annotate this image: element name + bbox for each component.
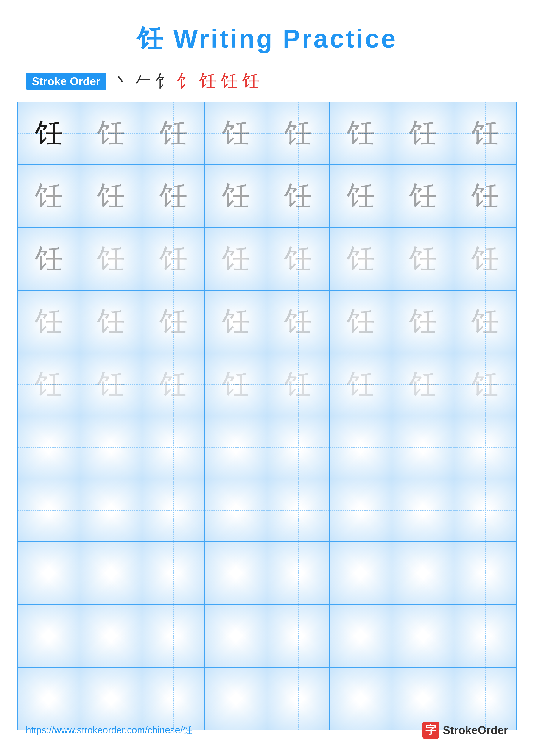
grid-cell[interactable] <box>392 542 454 604</box>
grid-cell[interactable] <box>330 416 392 479</box>
grid-cell[interactable] <box>18 668 80 730</box>
grid-cell[interactable]: 饪 <box>205 353 267 416</box>
grid-cell[interactable]: 饪 <box>18 165 80 228</box>
grid-cell[interactable]: 饪 <box>18 290 80 353</box>
grid-cell[interactable]: 饪 <box>330 228 392 290</box>
grid-cell[interactable] <box>330 605 392 667</box>
grid-cell[interactable] <box>392 479 454 542</box>
grid-cell[interactable]: 饪 <box>454 102 516 164</box>
grid-cell[interactable]: 饪 <box>454 165 516 228</box>
stroke-6: 饪 <box>220 69 238 93</box>
cell-vline <box>173 668 174 730</box>
grid-cell[interactable] <box>205 416 267 479</box>
grid-cell[interactable] <box>205 668 267 730</box>
stroke-order-section: Stroke Order 丶 𠂉 饣 饣 饪 饪 饪 <box>0 57 534 101</box>
grid-cell[interactable]: 饪 <box>392 290 454 353</box>
grid-cell[interactable]: 饪 <box>142 102 205 164</box>
grid-cell[interactable] <box>80 416 142 479</box>
grid-cell[interactable]: 饪 <box>142 228 205 290</box>
grid-cell[interactable] <box>454 542 516 604</box>
grid-cell[interactable]: 饪 <box>267 290 330 353</box>
grid-row <box>18 668 516 730</box>
cell-vline <box>173 479 174 542</box>
grid-cell[interactable]: 饪 <box>18 228 80 290</box>
grid-cell[interactable] <box>454 416 516 479</box>
grid-cell[interactable] <box>205 605 267 667</box>
grid-cell[interactable] <box>330 668 392 730</box>
grid-cell[interactable] <box>330 542 392 604</box>
cell-vline <box>173 416 174 479</box>
grid-cell[interactable] <box>142 542 205 604</box>
practice-char: 饪 <box>471 182 499 210</box>
grid-cell[interactable] <box>267 542 330 604</box>
grid-cell[interactable]: 饪 <box>80 290 142 353</box>
grid-cell[interactable] <box>18 479 80 542</box>
grid-cell[interactable]: 饪 <box>205 290 267 353</box>
grid-cell[interactable]: 饪 <box>267 228 330 290</box>
grid-cell[interactable] <box>205 479 267 542</box>
grid-cell[interactable]: 饪 <box>267 353 330 416</box>
grid-cell[interactable]: 饪 <box>454 290 516 353</box>
grid-cell[interactable] <box>454 668 516 730</box>
cell-vline <box>298 542 298 604</box>
practice-char: 饪 <box>222 308 250 336</box>
grid-cell[interactable]: 饪 <box>142 290 205 353</box>
cell-vline <box>298 668 298 730</box>
grid-cell[interactable] <box>392 416 454 479</box>
grid-cell[interactable]: 饪 <box>267 102 330 164</box>
grid-cell[interactable]: 饪 <box>18 102 80 164</box>
grid-cell[interactable] <box>267 668 330 730</box>
grid-cell[interactable] <box>80 542 142 604</box>
grid-cell[interactable]: 饪 <box>454 228 516 290</box>
grid-cell[interactable]: 饪 <box>80 228 142 290</box>
grid-cell[interactable]: 饪 <box>392 228 454 290</box>
practice-char: 饪 <box>35 182 63 210</box>
grid-cell[interactable]: 饪 <box>392 353 454 416</box>
grid-cell[interactable] <box>80 605 142 667</box>
cell-vline <box>423 668 423 730</box>
grid-cell[interactable]: 饪 <box>80 165 142 228</box>
grid-cell[interactable] <box>18 605 80 667</box>
grid-cell[interactable] <box>454 605 516 667</box>
grid-cell[interactable] <box>142 668 205 730</box>
grid-cell[interactable]: 饪 <box>330 290 392 353</box>
grid-cell[interactable] <box>205 542 267 604</box>
grid-cell[interactable] <box>392 668 454 730</box>
grid-cell[interactable] <box>454 479 516 542</box>
practice-char: 饪 <box>97 119 125 147</box>
grid-cell[interactable]: 饪 <box>392 165 454 228</box>
grid-cell[interactable]: 饪 <box>205 165 267 228</box>
grid-cell[interactable]: 饪 <box>205 102 267 164</box>
footer-url[interactable]: https://www.strokeorder.com/chinese/饪 <box>26 724 192 737</box>
practice-char: 饪 <box>222 119 250 147</box>
grid-cell[interactable]: 饪 <box>330 353 392 416</box>
grid-cell[interactable] <box>392 605 454 667</box>
grid-cell[interactable] <box>80 479 142 542</box>
grid-cell[interactable]: 饪 <box>142 353 205 416</box>
grid-cell[interactable] <box>267 479 330 542</box>
grid-cell[interactable] <box>18 416 80 479</box>
cell-vline <box>111 542 111 604</box>
stroke-1: 丶 <box>113 69 130 93</box>
grid-cell[interactable]: 饪 <box>267 165 330 228</box>
grid-cell[interactable]: 饪 <box>392 102 454 164</box>
grid-cell[interactable] <box>142 605 205 667</box>
cell-vline <box>485 542 486 604</box>
grid-cell[interactable]: 饪 <box>330 102 392 164</box>
grid-cell[interactable]: 饪 <box>80 102 142 164</box>
grid-cell[interactable] <box>267 605 330 667</box>
grid-cell[interactable] <box>18 542 80 604</box>
grid-cell[interactable]: 饪 <box>454 353 516 416</box>
grid-cell[interactable] <box>330 479 392 542</box>
grid-cell[interactable] <box>80 668 142 730</box>
grid-cell[interactable]: 饪 <box>80 353 142 416</box>
grid-cell[interactable] <box>142 416 205 479</box>
grid-cell[interactable]: 饪 <box>330 165 392 228</box>
practice-char: 饪 <box>284 308 312 336</box>
practice-char: 饪 <box>97 370 125 398</box>
grid-cell[interactable] <box>267 416 330 479</box>
grid-cell[interactable]: 饪 <box>18 353 80 416</box>
grid-cell[interactable] <box>142 479 205 542</box>
grid-cell[interactable]: 饪 <box>142 165 205 228</box>
grid-cell[interactable]: 饪 <box>205 228 267 290</box>
